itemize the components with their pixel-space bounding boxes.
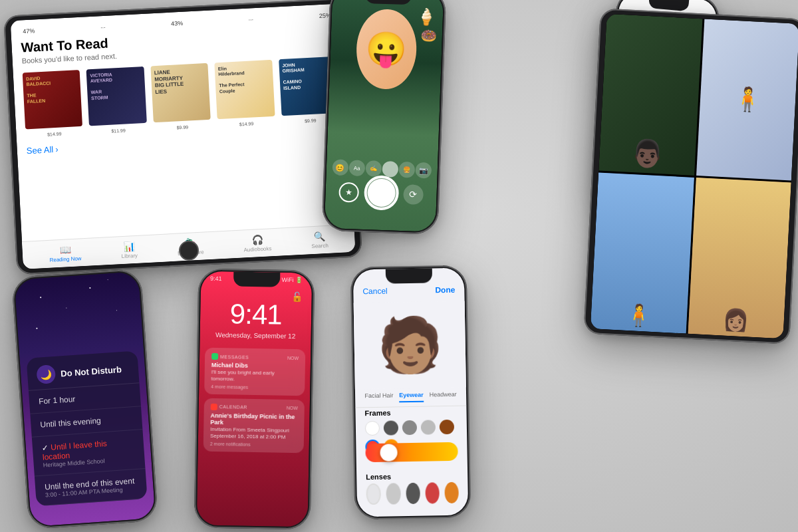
status-dots: ··· xyxy=(100,24,106,31)
facetime-top: 👨🏿 🧍 xyxy=(598,14,798,180)
notif-app-label: CALENDAR xyxy=(211,404,247,411)
notif-app-label: MESSAGES xyxy=(211,353,249,360)
ipad-facetime-device: 👨🏿 🧍 🧍 👩🏽 xyxy=(583,8,798,344)
book-item[interactable]: VICTORIAAVEYARDWARSTORM $11.99 xyxy=(86,66,147,134)
notif-header: MESSAGES NOW xyxy=(211,353,299,361)
tab-reading-now[interactable]: 📖 Reading Now xyxy=(49,243,81,263)
lens-clear[interactable] xyxy=(366,483,381,505)
camera-viewfinder: 😛 🍦 🍩 😊 Aa ✍ 🍔 📷 ★ ⟳ xyxy=(325,0,444,232)
camera-tool-emoji[interactable]: 🍔 xyxy=(399,162,416,178)
facetime-participant-2: 🧍 xyxy=(696,19,798,180)
book-cover-2: VICTORIAAVEYARDWARSTORM xyxy=(86,66,147,126)
person-avatar-3: 🧍 xyxy=(625,302,653,329)
tab-search[interactable]: 🔍 Search xyxy=(311,231,329,249)
book-item[interactable]: ElinHilderbrandThe PerfectCouple $14.99 xyxy=(214,60,275,128)
notif-body: I'll see you bright and early tomorrow. xyxy=(211,369,298,384)
camera-tool-more[interactable]: 📷 xyxy=(416,162,432,179)
books-app: 47% ··· 43% ··· 25% Want To Read Books y… xyxy=(11,3,356,269)
camera-sticker-2: 🍩 xyxy=(420,27,438,44)
book-cover-4: ElinHilderbrandThe PerfectCouple xyxy=(214,60,275,119)
camera-screen: 😛 🍦 🍩 😊 Aa ✍ 🍔 📷 ★ ⟳ xyxy=(325,0,444,232)
facetime-participant-4: 👩🏽 xyxy=(688,178,791,339)
iphone-memoji-device: Cancel Done 🧑🏽 Facial Hair Eyewear Headw… xyxy=(350,265,471,520)
notif-more: 4 more messages xyxy=(211,384,298,390)
facetime-grid: 👨🏿 🧍 🧍 👩🏽 xyxy=(591,14,798,339)
dnd-screen: 🌙 Do Not Disturb For 1 hour Until this e… xyxy=(14,271,155,527)
lens-light-gray[interactable] xyxy=(386,483,401,504)
iphone-lock-device: 9:41 ▲ WiFi 🔋 🔓 9:41 Wednesday, Septembe… xyxy=(194,269,315,530)
book-price-2: $11.99 xyxy=(90,127,148,135)
memoji-cat-eyewear[interactable]: Eyewear xyxy=(399,392,424,403)
lock-notch xyxy=(233,271,279,287)
facetime-bottom: 🧍 👩🏽 xyxy=(591,172,791,338)
moon-icon: 🌙 xyxy=(36,364,56,384)
memoji-nav: Cancel Done xyxy=(353,285,464,297)
facetime-participant-3: 🧍 xyxy=(591,172,694,334)
tab-audiobooks[interactable]: 🎧 Audiobooks xyxy=(243,233,271,253)
lens-dark-gray[interactable] xyxy=(406,483,420,504)
person-avatar-4: 👩🏽 xyxy=(722,307,750,334)
lock-notifications: MESSAGES NOW Michael Dibs I'll see you b… xyxy=(203,348,306,453)
iphone-dnd-device: 🌙 Do Not Disturb For 1 hour Until this e… xyxy=(11,269,158,530)
notif-header: CALENDAR NOW xyxy=(211,404,298,412)
memoji-cat-facial-hair[interactable]: Facial Hair xyxy=(364,392,393,403)
camera-flip-button[interactable]: ⟳ xyxy=(403,184,424,205)
notification-messages[interactable]: MESSAGES NOW Michael Dibs I'll see you b… xyxy=(204,348,305,396)
book-item[interactable]: LIANEMORIARTYBIG LITTLELIES $9.99 xyxy=(150,63,211,131)
memoji-done-button[interactable]: Done xyxy=(435,285,455,295)
lock-time: 9:41 xyxy=(200,298,312,332)
memoji-frames-label: Frames xyxy=(364,409,390,418)
memoji-preview: 🧑🏽 xyxy=(354,301,466,390)
book-title-4: ElinHilderbrandThe PerfectCouple xyxy=(218,64,270,94)
camera-tool-text[interactable]: Aa xyxy=(348,160,365,176)
notif-timestamp: NOW xyxy=(287,406,298,410)
color-option-white[interactable] xyxy=(365,421,380,436)
lock-status-time: 9:41 xyxy=(210,275,222,282)
memoji-avatar: 🧑🏽 xyxy=(376,318,444,372)
person-avatar-1: 👨🏿 xyxy=(630,138,664,167)
status-dots2: ··· xyxy=(248,16,253,23)
lock-screen: 9:41 ▲ WiFi 🔋 🔓 9:41 Wednesday, Septembe… xyxy=(197,271,313,527)
book-title-3: LIANEMORIARTYBIG LITTLELIES xyxy=(154,67,206,95)
dnd-title: Do Not Disturb xyxy=(61,364,122,378)
camera-shutter-button[interactable] xyxy=(363,175,399,211)
book-price-1: $14.99 xyxy=(25,130,83,138)
memoji-screen: Cancel Done 🧑🏽 Facial Hair Eyewear Headw… xyxy=(353,268,468,517)
color-option-mid-gray[interactable] xyxy=(402,420,417,435)
memoji-slider-thumb[interactable] xyxy=(380,444,397,461)
notif-event-title: Annie's Birthday Picnic in the Park xyxy=(210,412,297,427)
shutter-inner xyxy=(366,178,395,207)
color-option-light-gray[interactable] xyxy=(421,420,436,434)
dnd-option-label: For 1 hour xyxy=(39,394,76,406)
dnd-option-label: Until this evening xyxy=(40,416,101,429)
memoji-category-bar: Facial Hair Eyewear Headwear xyxy=(355,391,466,408)
notif-body: Invitation From Smeeta Singpouri Septemb… xyxy=(210,426,297,442)
search-icon: 🔍 xyxy=(313,231,325,242)
person-avatar-2: 🧍 xyxy=(732,85,763,114)
memoji-lenses-label: Lenses xyxy=(366,473,391,481)
memoji-lens-options xyxy=(366,482,459,505)
camera-sticker-1: 🍦 xyxy=(416,7,436,27)
camera-effects-button[interactable]: ★ xyxy=(338,182,359,203)
book-item[interactable]: DAVIDBALDACCITHEFALLEN $14.99 xyxy=(23,70,83,138)
book-cover-1: DAVIDBALDACCITHEFALLEN xyxy=(23,70,83,129)
memoji-cancel-button[interactable]: Cancel xyxy=(362,287,388,297)
tab-library[interactable]: 📊 Library xyxy=(120,241,138,259)
lens-red[interactable] xyxy=(425,482,440,503)
memoji-cat-headwear[interactable]: Headwear xyxy=(430,391,457,402)
memoji-slider[interactable] xyxy=(365,442,458,462)
lens-orange[interactable] xyxy=(444,482,459,503)
dnd-background: 🌙 Do Not Disturb For 1 hour Until this e… xyxy=(14,271,155,527)
library-icon: 📊 xyxy=(123,241,135,252)
camera-tool-shapes[interactable] xyxy=(382,161,399,178)
color-option-dark-gray[interactable] xyxy=(384,420,398,435)
book-title-2: VICTORIAAVEYARDWARSTORM xyxy=(90,70,142,101)
notification-calendar[interactable]: CALENDAR NOW Annie's Birthday Picnic in … xyxy=(203,398,305,452)
camera-tool-smiley[interactable]: 😊 xyxy=(332,159,348,176)
camera-tool-brush[interactable]: ✍ xyxy=(365,160,382,177)
camera-subject: 😛 xyxy=(355,9,418,90)
book-title-1: DAVIDBALDACCITHEFALLEN xyxy=(26,74,78,104)
dnd-panel: 🌙 Do Not Disturb For 1 hour Until this e… xyxy=(27,350,148,506)
notif-timestamp: NOW xyxy=(287,355,299,360)
color-option-brown[interactable] xyxy=(440,420,454,434)
